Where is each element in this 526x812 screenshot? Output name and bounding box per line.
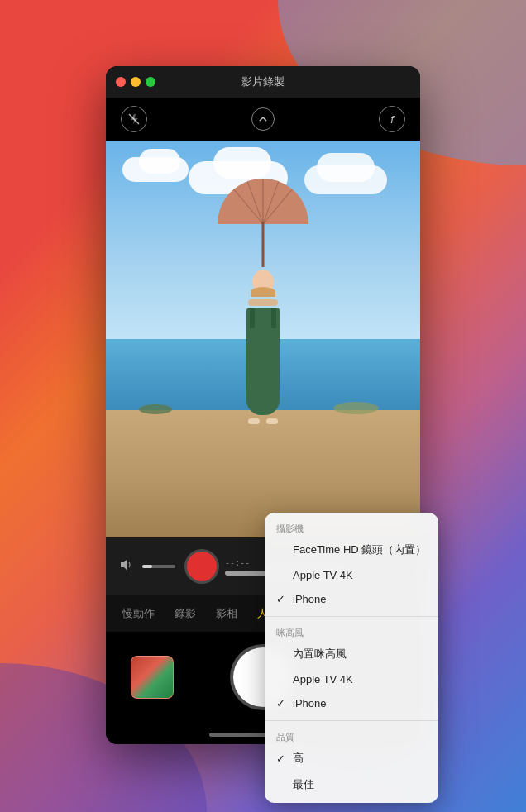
person-body — [246, 270, 280, 424]
dropdown-section-mic: 咪高風 內置咪高風 Apple TV 4K ✓ iPhone — [265, 616, 438, 720]
dropdown-item-facetime[interactable]: FaceTime HD 鏡頭（內置） — [265, 537, 438, 563]
tab-slow-motion[interactable]: 慢動作 — [114, 601, 163, 626]
tab-video[interactable]: 錄影 — [166, 601, 204, 626]
dropdown-item-quality-high[interactable]: ✓ 高 — [265, 745, 438, 771]
flash-button[interactable] — [121, 106, 147, 132]
dropdown-section-mic-title: 咪高風 — [265, 622, 438, 641]
volume-icon — [119, 557, 134, 576]
person-hair — [251, 287, 275, 297]
cloud-3-top — [213, 147, 271, 179]
person-dress — [246, 308, 280, 415]
photo-thumbnail[interactable] — [131, 656, 174, 699]
dropdown-section-quality: 品質 ✓ 高 最佳 — [265, 720, 438, 803]
cloud-1-top — [139, 149, 180, 174]
dropdown-item-iphone-mic[interactable]: ✓ iPhone — [265, 691, 438, 715]
person — [213, 179, 313, 427]
label-iphone-cam: iPhone — [293, 593, 427, 605]
dropdown-item-appletv-mic[interactable]: Apple TV 4K — [265, 667, 438, 691]
window-title: 影片錄製 — [241, 74, 285, 89]
label-appletv-cam: Apple TV 4K — [293, 569, 427, 581]
dot-minimize[interactable] — [131, 77, 141, 87]
label-iphone-mic: iPhone — [293, 697, 427, 709]
dropdown-item-iphone-cam[interactable]: ✓ iPhone — [265, 587, 438, 611]
person-shoulders — [248, 299, 278, 306]
foot-right — [266, 418, 278, 424]
umbrella — [218, 179, 308, 261]
check-iphone-cam: ✓ — [276, 593, 288, 605]
cloud-2-top — [317, 153, 375, 182]
dropdown-section-quality-title: 品質 — [265, 726, 438, 745]
dropdown-menu: 攝影機 FaceTime HD 鏡頭（內置） Apple TV 4K ✓ iPh… — [265, 513, 438, 803]
label-quality-best: 最佳 — [293, 777, 427, 792]
titlebar: 影片錄製 — [106, 66, 420, 98]
label-quality-high: 高 — [293, 751, 427, 766]
check-quality-high: ✓ — [276, 752, 288, 765]
dropdown-item-appletv-cam[interactable]: Apple TV 4K — [265, 563, 438, 587]
svg-marker-1 — [121, 559, 127, 571]
controls-bar: f — [106, 98, 420, 141]
dot-close[interactable] — [116, 77, 126, 87]
dropdown-section-camera-title: 攝影機 — [265, 518, 438, 537]
tab-photo[interactable]: 影相 — [208, 601, 246, 626]
thumbnail-preview — [132, 657, 173, 698]
record-button[interactable] — [187, 552, 217, 581]
font-icon: f — [390, 113, 394, 126]
dot-maximize[interactable] — [146, 77, 155, 87]
camera-viewport — [106, 141, 420, 537]
dropdown-section-camera: 攝影機 FaceTime HD 鏡頭（內置） Apple TV 4K ✓ iPh… — [265, 513, 438, 616]
label-facetime: FaceTime HD 鏡頭（內置） — [293, 542, 427, 557]
window-dots — [116, 77, 155, 87]
volume-fill — [142, 565, 152, 568]
expand-button[interactable] — [251, 107, 275, 131]
font-button[interactable]: f — [379, 106, 405, 132]
umbrella-ribs — [218, 179, 308, 224]
dropdown-item-builtin-mic[interactable]: 內置咪高風 — [265, 641, 438, 667]
volume-slider[interactable] — [142, 565, 175, 568]
dropdown-item-quality-best[interactable]: 最佳 — [265, 771, 438, 798]
check-iphone-mic: ✓ — [276, 697, 288, 709]
person-feet — [248, 418, 278, 424]
label-appletv-mic: Apple TV 4K — [293, 673, 427, 685]
label-builtin-mic: 內置咪高風 — [293, 647, 427, 662]
umbrella-handle — [262, 222, 265, 267]
foot-left — [248, 418, 260, 424]
